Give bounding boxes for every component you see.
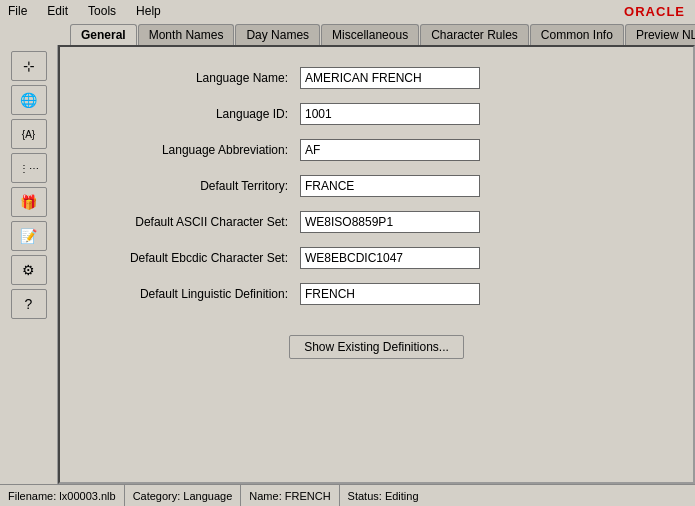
tab-bar: General Month Names Day Names Miscellane… <box>0 22 695 45</box>
status-category: Category: Language <box>125 485 242 506</box>
menu-edit[interactable]: Edit <box>43 3 72 19</box>
form-row-default-territory: Default Territory: <box>90 175 663 197</box>
tab-preview-nlt[interactable]: Preview NLT <box>625 24 695 45</box>
document-icon[interactable]: 📝 <box>11 221 47 251</box>
sidebar: ⊹ 🌐 {A} ⋮⋯ 🎁 📝 ⚙ ? <box>0 45 58 484</box>
form-row-language-name: Language Name: <box>90 67 663 89</box>
tab-general[interactable]: General <box>70 24 137 45</box>
tab-day-names[interactable]: Day Names <box>235 24 320 45</box>
tab-miscellaneous[interactable]: Miscellaneous <box>321 24 419 45</box>
show-existing-button[interactable]: Show Existing Definitions... <box>289 335 464 359</box>
list-icon[interactable]: ⋮⋯ <box>11 153 47 183</box>
form-row-language-id: Language ID: <box>90 103 663 125</box>
tab-month-names[interactable]: Month Names <box>138 24 235 45</box>
menubar: File Edit Tools Help ORACLE <box>0 0 695 22</box>
input-default-ascii[interactable] <box>300 211 480 233</box>
status-bar: Filename: lx00003.nlb Category: Language… <box>0 484 695 506</box>
main-container: ⊹ 🌐 {A} ⋮⋯ 🎁 📝 ⚙ ? Language Name: Langua… <box>0 45 695 484</box>
help-icon[interactable]: ? <box>11 289 47 319</box>
status-filename: Filename: lx00003.nlb <box>0 485 125 506</box>
content-area: Language Name: Language ID: Language Abb… <box>58 45 695 484</box>
status-editing: Status: Editing <box>340 485 695 506</box>
form-row-default-ascii: Default ASCII Character Set: <box>90 211 663 233</box>
cursor-icon[interactable]: ⊹ <box>11 51 47 81</box>
input-language-name[interactable] <box>300 67 480 89</box>
globe-icon[interactable]: 🌐 <box>11 85 47 115</box>
input-default-linguistic[interactable] <box>300 283 480 305</box>
form-row-default-ebcdic: Default Ebcdic Character Set: <box>90 247 663 269</box>
menu-tools[interactable]: Tools <box>84 3 120 19</box>
label-language-abbreviation: Language Abbreviation: <box>90 143 300 157</box>
label-language-id: Language ID: <box>90 107 300 121</box>
tab-common-info[interactable]: Common Info <box>530 24 624 45</box>
label-default-ascii: Default ASCII Character Set: <box>90 215 300 229</box>
menu-file[interactable]: File <box>4 3 31 19</box>
label-language-name: Language Name: <box>90 71 300 85</box>
input-language-abbreviation[interactable] <box>300 139 480 161</box>
form-row-default-linguistic: Default Linguistic Definition: <box>90 283 663 305</box>
label-default-territory: Default Territory: <box>90 179 300 193</box>
tab-character-rules[interactable]: Character Rules <box>420 24 529 45</box>
package-icon[interactable]: 🎁 <box>11 187 47 217</box>
status-name: Name: FRENCH <box>241 485 339 506</box>
label-default-linguistic: Default Linguistic Definition: <box>90 287 300 301</box>
button-row: Show Existing Definitions... <box>90 335 663 359</box>
oracle-logo: ORACLE <box>624 4 691 19</box>
label-default-ebcdic: Default Ebcdic Character Set: <box>90 251 300 265</box>
variable-icon[interactable]: {A} <box>11 119 47 149</box>
input-default-territory[interactable] <box>300 175 480 197</box>
form-row-language-abbreviation: Language Abbreviation: <box>90 139 663 161</box>
input-default-ebcdic[interactable] <box>300 247 480 269</box>
menu-help[interactable]: Help <box>132 3 165 19</box>
gear-icon[interactable]: ⚙ <box>11 255 47 285</box>
input-language-id[interactable] <box>300 103 480 125</box>
menubar-items: File Edit Tools Help <box>4 3 165 19</box>
